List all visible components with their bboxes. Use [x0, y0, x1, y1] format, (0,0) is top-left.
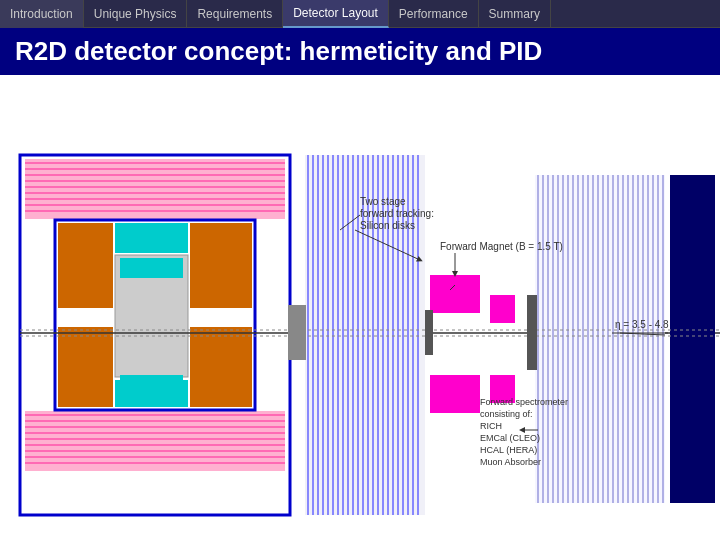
svg-rect-24: [58, 327, 113, 407]
svg-rect-61: [535, 175, 665, 503]
svg-rect-31: [120, 258, 183, 278]
svg-rect-104: [288, 305, 306, 360]
svg-text:Forward Magnet (B = 1.5 T): Forward Magnet (B = 1.5 T): [440, 241, 563, 252]
svg-rect-88: [670, 175, 715, 503]
tab-summary[interactable]: Summary: [479, 0, 551, 28]
svg-rect-25: [190, 223, 252, 308]
svg-text:η = 3.5 - 4.8: η = 3.5 - 4.8: [615, 319, 669, 330]
svg-rect-106: [527, 295, 537, 370]
tab-requirements[interactable]: Requirements: [187, 0, 283, 28]
tab-performance[interactable]: Performance: [389, 0, 479, 28]
svg-rect-23: [58, 223, 113, 308]
svg-rect-32: [120, 375, 183, 395]
navigation-bar: Introduction Unique Physics Requirements…: [0, 0, 720, 28]
main-content: Two stage forward tracking: Silicon disk…: [0, 75, 720, 540]
tab-detector-layout[interactable]: Detector Layout: [283, 0, 389, 28]
svg-rect-26: [190, 327, 252, 407]
svg-rect-27: [115, 223, 188, 253]
svg-rect-58: [430, 375, 480, 413]
tab-unique-physics[interactable]: Unique Physics: [84, 0, 188, 28]
svg-rect-59: [490, 295, 515, 323]
tab-introduction[interactable]: Introduction: [0, 0, 84, 28]
svg-rect-57: [430, 275, 480, 313]
detector-diagram: Two stage forward tracking: Silicon disk…: [0, 75, 720, 540]
svg-rect-105: [425, 310, 433, 355]
slide-title: R2D detector concept: hermeticity and PI…: [0, 28, 720, 75]
